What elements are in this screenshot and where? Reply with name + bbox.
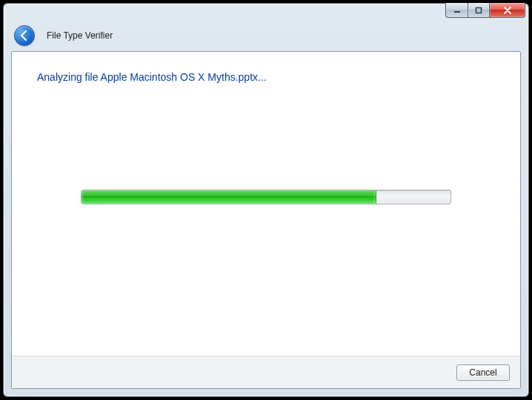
svg-rect-0 — [454, 11, 460, 13]
status-message: Analyzing file Apple Macintosh OS X Myth… — [12, 52, 520, 83]
close-button[interactable] — [490, 3, 525, 18]
minimize-button[interactable] — [445, 3, 468, 18]
titlebar — [4, 4, 528, 24]
footer: Cancel — [12, 356, 520, 388]
app-title: File Type Verifier — [47, 30, 113, 41]
header: File Type Verifier — [4, 24, 528, 51]
svg-rect-1 — [476, 7, 482, 13]
maximize-icon — [475, 7, 482, 14]
client-area: Analyzing file Apple Macintosh OS X Myth… — [11, 51, 521, 389]
progress-bar — [81, 190, 451, 204]
arrow-left-icon — [19, 30, 30, 41]
maximize-button[interactable] — [468, 3, 490, 18]
close-icon — [503, 7, 512, 14]
window-controls — [445, 3, 525, 18]
progress-fill — [82, 190, 376, 204]
window-frame: File Type Verifier Analyzing file Apple … — [3, 3, 529, 397]
back-button[interactable] — [14, 25, 35, 46]
progress-container — [12, 83, 520, 356]
cancel-button[interactable]: Cancel — [456, 364, 510, 381]
minimize-icon — [453, 7, 461, 14]
